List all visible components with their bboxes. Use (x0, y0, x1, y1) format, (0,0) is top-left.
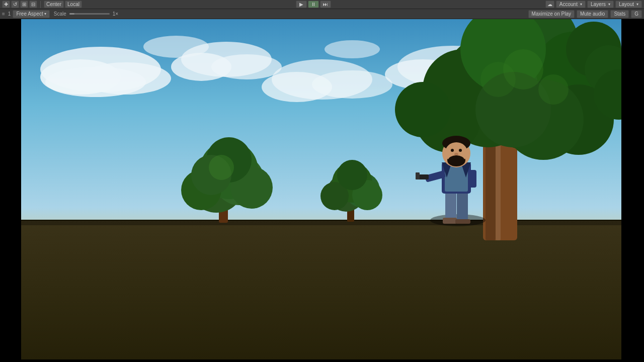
scale-slider[interactable] (69, 13, 110, 15)
scale-label: Scale (54, 11, 66, 17)
svg-rect-58 (443, 218, 457, 224)
collab-btn[interactable]: ⊞ (20, 1, 28, 8)
svg-point-73 (459, 149, 462, 152)
gizmos-btn[interactable]: G (631, 10, 642, 18)
layout-dropdown[interactable]: Layout (615, 1, 642, 8)
account-label: Account (559, 2, 578, 7)
play-icon: ▶ (299, 2, 303, 7)
pivot-group: Center Local (44, 1, 82, 8)
svg-rect-66 (416, 172, 420, 179)
stats-btn[interactable]: Stats (610, 10, 629, 18)
pause-icon: ⏸ (311, 2, 316, 7)
svg-point-13 (143, 36, 209, 58)
local-label: Local (67, 2, 79, 7)
step-btn[interactable]: ⏭ (320, 1, 331, 8)
play-btn[interactable]: ▶ (296, 1, 307, 8)
separator-1 (40, 1, 41, 8)
center-label: Center (46, 2, 61, 7)
svg-rect-56 (445, 190, 456, 220)
gizmos-label: G (634, 11, 638, 17)
scale-slider-fill (69, 13, 74, 15)
right-controls: ☁ Account Layers Layout (545, 1, 642, 8)
svg-rect-57 (457, 190, 468, 220)
layers-dropdown[interactable]: Layers (587, 1, 614, 8)
settings-btn[interactable]: ⊟ (29, 1, 37, 8)
svg-point-6 (211, 54, 282, 79)
scale-value: 1× (113, 11, 118, 17)
border-left (0, 19, 20, 362)
stats-label: Stats (614, 11, 625, 17)
game-toolbar-right: Maximize on Play Mute audio Stats G (528, 10, 642, 18)
svg-point-50 (480, 62, 516, 97)
maximize-on-play-btn[interactable]: Maximize on Play (528, 10, 575, 18)
game-viewport (0, 19, 644, 362)
svg-point-23 (209, 155, 234, 180)
svg-rect-67 (469, 170, 476, 188)
new-scene-btn[interactable]: ✚ (2, 1, 10, 8)
tab-indicator: ≡ (2, 11, 5, 17)
ground-bg (20, 220, 621, 362)
layout-label: Layout (619, 2, 634, 7)
svg-point-9 (312, 70, 392, 99)
scene-svg (0, 19, 644, 362)
svg-point-14 (325, 40, 380, 58)
svg-point-75 (448, 155, 464, 164)
center-btn[interactable]: Center (44, 1, 64, 8)
tab-number: 1 (8, 11, 11, 17)
border-bottom (0, 359, 644, 362)
aspect-dropdown[interactable]: Free Aspect (13, 10, 49, 18)
cloud-btn[interactable]: ☁ (545, 1, 554, 8)
account-dropdown[interactable]: Account (556, 1, 586, 8)
ground-shadow (20, 220, 621, 225)
play-controls: ▶ ⏸ ⏭ (296, 1, 331, 8)
maximize-label: Maximize on Play (532, 11, 571, 17)
top-toolbar: ✚ ↺ ⊞ ⊟ Center Local ▶ ⏸ ⏭ ☁ Account (0, 0, 644, 9)
pause-btn[interactable]: ⏸ (308, 1, 319, 8)
mute-audio-btn[interactable]: Mute audio (577, 10, 608, 18)
cloud-icon: ☁ (547, 2, 552, 7)
svg-point-49 (538, 74, 569, 105)
svg-point-54 (395, 82, 450, 137)
layers-label: Layers (591, 2, 606, 7)
svg-point-3 (45, 67, 146, 97)
svg-point-30 (337, 160, 367, 190)
game-toolbar: ≡ 1 Free Aspect Scale 1× Maximize on Pla… (0, 9, 644, 19)
transform-tools-group: ✚ ↺ ⊞ ⊟ (2, 1, 37, 8)
step-icon: ⏭ (323, 2, 328, 7)
mute-label: Mute audio (580, 11, 605, 17)
local-btn[interactable]: Local (65, 1, 82, 8)
border-right (621, 19, 644, 362)
refresh-btn[interactable]: ↺ (11, 1, 19, 8)
svg-point-72 (451, 149, 454, 152)
aspect-label: Free Aspect (16, 11, 43, 17)
svg-rect-59 (455, 219, 470, 224)
